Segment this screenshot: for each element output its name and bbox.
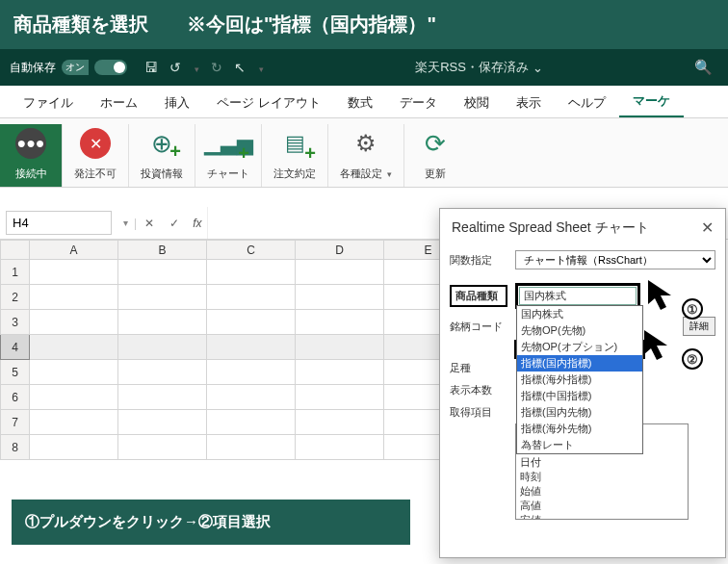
tab-view[interactable]: 表示 [503, 87, 555, 117]
product-type-label: 商品種類 [450, 285, 507, 307]
name-box[interactable] [6, 211, 112, 235]
clipboard-icon: ▤ [285, 131, 305, 156]
ribbon-chart[interactable]: ▁▃▅+ チャート [195, 124, 262, 187]
search-icon[interactable]: 🔍 [694, 59, 713, 76]
ribbon-tabs: ファイル ホーム 挿入 ページ レイアウト 数式 データ 校閲 表示 ヘルプ マ… [0, 86, 728, 118]
tab-review[interactable]: 校閲 [451, 87, 503, 117]
tab-layout[interactable]: ページ レイアウト [203, 87, 334, 117]
row-header[interactable]: 6 [1, 385, 30, 410]
detail-button[interactable]: 詳細 [683, 317, 715, 336]
error-icon: ✕ [80, 128, 111, 159]
ribbon-order-exec[interactable]: ▤+ 注文約定 [262, 124, 328, 187]
dropdown-option[interactable]: 国内株式 [517, 306, 642, 322]
banner-left: 商品種類を選択 [13, 12, 148, 38]
row-header[interactable]: 3 [1, 310, 30, 335]
annotation-number-2: ② [682, 348, 703, 370]
row-header[interactable]: 5 [1, 360, 30, 385]
col-header[interactable]: B [118, 241, 207, 260]
tab-insert[interactable]: 挿入 [151, 87, 203, 117]
tab-home[interactable]: ホーム [87, 87, 151, 117]
connection-icon: ●●● [15, 128, 46, 159]
list-item[interactable]: 安値 [518, 513, 686, 520]
ribbon-refresh[interactable]: ⟳ 更新 [404, 124, 466, 187]
footer-instruction: ①プルダウンをクリック→②項目選択 [12, 500, 410, 545]
save-icon[interactable]: 🖫 [144, 60, 158, 75]
fn-label: 関数指定 [450, 253, 507, 268]
dropdown-option[interactable]: 先物OP(先物) [517, 322, 642, 339]
list-item[interactable]: 時刻 [518, 470, 686, 484]
plus-badge-icon: + [169, 141, 181, 163]
list-item[interactable]: 高値 [518, 499, 686, 513]
fn-select[interactable]: チャート情報（RssChart） [515, 250, 715, 269]
row-header[interactable]: 2 [1, 285, 30, 310]
close-icon[interactable]: ✕ [701, 218, 714, 237]
ribbon: ●●● 接続中 ✕ 発注不可 ⊕+ 投資情報 ▁▃▅+ チャート ▤+ 注文約定… [0, 118, 728, 188]
namebox-dropdown-icon[interactable]: ▾ [117, 218, 134, 228]
document-title[interactable]: 楽天RSS・保存済み ⌄ [415, 59, 543, 76]
tab-data[interactable]: データ [386, 87, 451, 117]
redo-icon[interactable]: ↻ [211, 60, 222, 75]
annotation-number-1: ① [682, 298, 703, 320]
ribbon-order-disabled[interactable]: ✕ 発注不可 [63, 124, 129, 187]
list-item[interactable]: 日付 [518, 455, 686, 470]
dropdown-option[interactable]: 指標(国内先物) [517, 404, 642, 421]
ribbon-connection[interactable]: ●●● 接続中 [0, 124, 63, 187]
dropdown-option[interactable]: 指標(国内指標) [517, 355, 642, 372]
undo-icon[interactable]: ↺ [169, 60, 181, 75]
product-type-options: 国内株式 先物OP(先物) 先物OP(オプション) 指標(国内指標) 指標(海外… [516, 305, 643, 454]
col-header[interactable]: C [207, 241, 296, 260]
dropdown-option[interactable]: 為替レート [517, 437, 642, 453]
autosave-state: オン [62, 60, 89, 75]
tab-help[interactable]: ヘルプ [555, 87, 619, 117]
code-label: 銘柄コード [450, 320, 507, 334]
col-header[interactable]: A [30, 241, 118, 260]
refresh-icon: ⟳ [425, 129, 446, 159]
row-header[interactable]: 4 [1, 335, 30, 360]
list-item[interactable]: 始値 [518, 484, 686, 499]
row-header[interactable]: 1 [1, 260, 30, 285]
autosave-label: 自動保存 [10, 60, 56, 76]
product-type-dropdown[interactable]: 国内株式 国内株式 先物OP(先物) 先物OP(オプション) 指標(国内指標) … [515, 283, 640, 309]
toggle-switch-icon [94, 60, 127, 75]
title-bar: 自動保存 オン 🖫 ↺ ↻ ↖ 楽天RSS・保存済み ⌄ 🔍 [0, 49, 728, 86]
row-header[interactable]: 7 [1, 410, 30, 435]
pane-title: Realtime Spread Sheet チャート [452, 219, 649, 237]
dropdown-option[interactable]: 指標(中国指標) [517, 388, 642, 404]
accept-formula-icon[interactable]: ✓ [162, 217, 187, 230]
banner-right: ※今回は"指標（国内指標）" [187, 12, 436, 38]
count-label: 表示本数 [450, 383, 507, 397]
instruction-banner: 商品種類を選択 ※今回は"指標（国内指標）" [0, 0, 728, 49]
qat-more-icon[interactable] [257, 60, 264, 75]
tab-market[interactable]: マーケ [619, 85, 684, 117]
tab-formulas[interactable]: 数式 [334, 87, 386, 117]
leg-label: 足種 [450, 361, 507, 375]
dropdown-option[interactable]: 先物OP(オプション) [517, 339, 642, 355]
undo-dropdown-icon[interactable] [193, 60, 199, 75]
pointer-icon[interactable]: ↖ [234, 60, 246, 75]
fx-label[interactable]: fx [187, 217, 207, 230]
quick-access-toolbar: 🖫 ↺ ↻ ↖ [144, 60, 264, 75]
chart-task-pane: Realtime Spread Sheet チャート ✕ 関数指定 チャート情報… [439, 208, 726, 558]
items-label: 取得項目 [450, 405, 507, 420]
ribbon-invest-info[interactable]: ⊕+ 投資情報 [129, 124, 195, 187]
ribbon-settings[interactable]: ⚙ 各種設定 [328, 124, 404, 187]
dropdown-option[interactable]: 指標(海外指標) [517, 372, 642, 388]
cancel-formula-icon[interactable]: ✕ [137, 217, 162, 230]
tab-file[interactable]: ファイル [10, 87, 87, 117]
gear-icon: ⚙ [355, 130, 377, 157]
dropdown-option[interactable]: 指標(海外先物) [517, 421, 642, 437]
col-header[interactable]: D [296, 241, 384, 260]
row-header[interactable]: 8 [1, 435, 30, 460]
autosave-toggle[interactable]: 自動保存 オン [10, 60, 127, 76]
plus-badge-icon: + [304, 142, 316, 165]
plus-badge-icon: + [238, 142, 249, 165]
chevron-down-icon [385, 167, 392, 179]
select-all-corner[interactable] [1, 241, 30, 260]
